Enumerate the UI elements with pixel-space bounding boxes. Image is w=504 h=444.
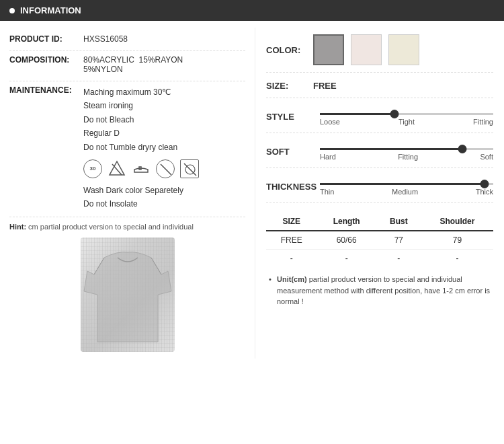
- maintenance-item-1: Maching maximum 30℃: [83, 85, 199, 99]
- cell-size-1: FREE: [266, 231, 317, 250]
- unit-bold: Unit(cm): [277, 275, 307, 283]
- wash-note: Wash Dark color Separetely: [83, 184, 199, 197]
- style-label-loose: Loose: [320, 118, 340, 126]
- content-area: PRODUCT ID: HXSS16058 COMPOSITION: 80%AC…: [0, 21, 504, 365]
- hint-row: Hint: cm partial product version to spec…: [9, 217, 245, 231]
- svg-line-3: [161, 164, 171, 175]
- maintenance-label: MAINTENANCE:: [9, 85, 83, 211]
- no-tumble-icon: [180, 159, 199, 178]
- no-dry-clean-icon: [156, 159, 175, 178]
- thickness-slider-section: THICKNESS Thin Medium Thick: [266, 178, 493, 203]
- style-label-tight: Tight: [398, 118, 415, 126]
- color-label: COLOR:: [266, 45, 306, 55]
- composition-row: COMPOSITION: 80%ACRYLIC 15%RAYON5%NYLON: [9, 55, 245, 81]
- left-panel: PRODUCT ID: HXSS16058 COMPOSITION: 80%AC…: [0, 28, 255, 359]
- size-label: SIZE:: [266, 81, 306, 91]
- maintenance-item-3: Do not Bleach: [83, 113, 199, 126]
- style-slider-row: STYLE Loose Tight Fitting: [266, 108, 493, 126]
- header-dot: [9, 8, 15, 13]
- product-image: [81, 237, 175, 352]
- cell-shoulder-2: -: [421, 250, 493, 268]
- cell-length-2: -: [317, 250, 376, 268]
- style-labels: Loose Tight Fitting: [320, 118, 493, 126]
- info-header: INFORMATION: [0, 0, 504, 21]
- maintenance-row: MAINTENANCE: Maching maximum 30℃ Steam i…: [9, 85, 245, 211]
- thickness-track: [320, 183, 493, 185]
- thickness-label-thick: Thick: [476, 188, 493, 196]
- thickness-label-thin: Thin: [320, 188, 334, 196]
- soft-track: [320, 148, 493, 150]
- thickness-label-medium: Medium: [392, 188, 418, 196]
- soft-fill: [320, 148, 462, 150]
- svg-marker-0: [110, 161, 124, 175]
- style-label-fitting: Fitting: [473, 118, 493, 126]
- color-swatch-pink[interactable]: [351, 34, 382, 65]
- unit-text: partial product version to special and i…: [277, 275, 490, 305]
- cell-size-2: -: [266, 250, 317, 268]
- product-id-value: HXSS16058: [83, 34, 128, 44]
- hint-label: Hint:: [9, 223, 26, 231]
- no-bleach-icon: [108, 159, 126, 178]
- right-panel: COLOR: SIZE: FREE STYLE Loose: [255, 28, 504, 359]
- maintenance-item-2: Steam ironing: [83, 99, 199, 112]
- color-row: COLOR:: [266, 34, 493, 73]
- iron-icon: [132, 159, 151, 178]
- product-image-area: [9, 237, 245, 352]
- maintenance-items: Maching maximum 30℃ Steam ironing Do not…: [83, 85, 199, 211]
- soft-label-fitting: Fitting: [398, 153, 418, 161]
- style-slider-section: STYLE Loose Tight Fitting: [266, 108, 493, 133]
- soft-label: SOFT: [266, 147, 320, 157]
- size-table-section: SIZE Length Bust Shoulder FREE 60/66 77 …: [266, 213, 493, 267]
- thickness-fill: [320, 183, 485, 185]
- col-length: Length: [317, 213, 376, 231]
- cell-length-1: 60/66: [317, 231, 376, 250]
- size-table-header: SIZE Length Bust Shoulder: [266, 213, 493, 231]
- iron-svg: [132, 160, 150, 178]
- svg-line-5: [184, 163, 196, 176]
- size-value: FREE: [313, 81, 337, 91]
- cell-bust-2: -: [376, 250, 421, 268]
- maintenance-item-4: Regular D: [83, 126, 199, 140]
- size-table: SIZE Length Bust Shoulder FREE 60/66 77 …: [266, 213, 493, 267]
- style-track-area: Loose Tight Fitting: [320, 108, 493, 126]
- composition-value: 80%ACRYLIC 15%RAYON5%NYLON: [83, 55, 183, 74]
- thickness-track-area: Thin Medium Thick: [320, 178, 493, 196]
- cell-shoulder-1: 79: [421, 231, 493, 250]
- style-track: [320, 113, 493, 115]
- no-bleach-svg: [108, 160, 126, 178]
- soft-slider-row: SOFT Hard Fitting Soft: [266, 143, 493, 161]
- thickness-labels: Thin Medium Thick: [320, 188, 493, 196]
- soft-slider-section: SOFT Hard Fitting Soft: [266, 143, 493, 168]
- style-label: STYLE: [266, 112, 320, 122]
- thickness-label: THICKNESS: [266, 182, 320, 192]
- hint-value: cm partial product version to special an…: [28, 223, 194, 231]
- size-row: SIZE: FREE: [266, 81, 493, 98]
- svg-line-1: [112, 164, 122, 175]
- soft-label-soft: Soft: [480, 153, 493, 161]
- soft-labels: Hard Fitting Soft: [320, 153, 493, 161]
- thickness-slider-row: THICKNESS Thin Medium Thick: [266, 178, 493, 196]
- cell-bust-1: 77: [376, 231, 421, 250]
- color-swatch-cream[interactable]: [388, 34, 419, 65]
- header-title: INFORMATION: [20, 5, 81, 15]
- thickness-thumb[interactable]: [480, 180, 489, 188]
- soft-thumb[interactable]: [458, 145, 466, 153]
- col-bust: Bust: [376, 213, 421, 231]
- soft-track-area: Hard Fitting Soft: [320, 143, 493, 161]
- style-thumb[interactable]: [390, 110, 398, 118]
- composition-label: COMPOSITION:: [9, 55, 83, 74]
- product-svg: [81, 237, 175, 352]
- style-fill: [320, 113, 394, 115]
- color-swatch-grey[interactable]: [313, 34, 344, 65]
- insolate-note: Do not Insolate: [83, 197, 199, 211]
- no-dry-svg: [157, 160, 175, 179]
- col-shoulder: Shoulder: [421, 213, 493, 231]
- product-id-label: PRODUCT ID:: [9, 34, 83, 44]
- product-id-row: PRODUCT ID: HXSS16058: [9, 34, 245, 51]
- table-row: FREE 60/66 77 79: [266, 231, 493, 250]
- care-icons-row: 30: [83, 159, 199, 178]
- wash-30-icon: 30: [83, 159, 102, 178]
- soft-label-hard: Hard: [320, 153, 336, 161]
- maintenance-item-5: Do not Tumble dryry clean: [83, 141, 199, 154]
- table-row: - - - -: [266, 250, 493, 268]
